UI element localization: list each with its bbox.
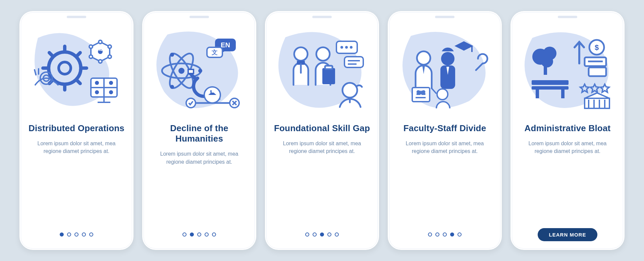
page-dot-3[interactable] [320, 232, 324, 237]
svg-text:文: 文 [211, 49, 218, 56]
page-dot-5[interactable] [212, 232, 216, 237]
svg-point-28 [109, 81, 113, 85]
page-dot-2[interactable] [190, 232, 194, 237]
svg-point-16 [99, 40, 102, 44]
page-indicator[interactable] [428, 232, 462, 237]
decline-humanities-icon: EN 文 [151, 28, 248, 114]
page-dot-5[interactable] [335, 232, 339, 237]
svg-line-9 [77, 53, 80, 56]
page-dot-3[interactable] [74, 232, 78, 237]
page-dot-2[interactable] [67, 232, 71, 237]
svg-rect-56 [322, 68, 335, 84]
svg-point-30 [109, 90, 113, 94]
svg-point-52 [294, 47, 308, 61]
svg-point-20 [89, 55, 93, 58]
svg-rect-87 [532, 86, 569, 90]
phone-speaker [558, 16, 577, 18]
onboarding-card-3: Foundational Skill Gap Lorem ipsum dolor… [265, 11, 379, 250]
slide-title: Distributed Operations [29, 123, 124, 134]
page-dot-1[interactable] [305, 232, 309, 237]
svg-point-37 [170, 85, 174, 89]
svg-point-68 [417, 51, 430, 65]
onboarding-card-5: $ [511, 11, 625, 250]
svg-point-65 [342, 83, 357, 98]
svg-text:2×2: 2×2 [417, 90, 425, 95]
page-dot-2[interactable] [313, 232, 317, 237]
slide-desc: Lorem ipsum dolor sit amet, mea regione … [396, 140, 494, 155]
svg-line-6 [49, 53, 53, 56]
page-dot-2[interactable] [435, 232, 439, 237]
svg-point-55 [316, 47, 330, 61]
slide-title: Foundational Skill Gap [274, 123, 370, 134]
svg-text:EN: EN [221, 41, 230, 49]
svg-rect-86 [532, 80, 569, 85]
faculty-staff-icon: 2×2 [396, 28, 493, 114]
svg-point-69 [441, 52, 454, 65]
svg-rect-62 [344, 57, 363, 67]
phone-speaker [190, 16, 209, 18]
svg-rect-41 [188, 69, 194, 73]
page-dot-5[interactable] [458, 232, 462, 237]
onboarding-row: Distributed Operations Lorem ipsum dolor… [0, 0, 644, 261]
svg-point-74 [437, 89, 448, 100]
admin-bloat-icon: $ [519, 28, 616, 114]
svg-point-17 [108, 45, 111, 48]
page-dot-4[interactable] [82, 232, 86, 237]
page-dot-3[interactable] [443, 232, 447, 237]
svg-point-34 [178, 68, 184, 74]
svg-rect-57 [325, 66, 332, 69]
svg-rect-80 [589, 67, 606, 76]
page-dot-1[interactable] [182, 232, 186, 237]
page-indicator[interactable] [182, 232, 216, 237]
svg-point-59 [340, 46, 343, 49]
page-indicator[interactable] [60, 232, 93, 237]
page-dot-4[interactable] [327, 232, 331, 237]
svg-point-21 [89, 45, 93, 48]
page-dot-4[interactable] [450, 232, 454, 237]
onboarding-card-4: 2×2 Faculty-Staff Divide Lorem ipsum dol… [388, 11, 502, 250]
slide-title: Administrative Bloat [525, 123, 611, 134]
slide-desc: Lorem ipsum dolor sit amet, mea regione … [519, 140, 616, 155]
slide-desc: Lorem ipsum dolor sit amet, mea regione … [150, 150, 248, 165]
svg-point-18 [108, 55, 111, 58]
phone-speaker [67, 16, 86, 18]
phone-speaker [312, 16, 332, 18]
distributed-operations-icon [28, 28, 125, 114]
phone-speaker [435, 16, 454, 18]
slide-title: Decline of the Humanities [150, 123, 248, 144]
learn-more-button[interactable]: LEARN MORE [538, 228, 598, 241]
svg-point-19 [99, 60, 102, 63]
slide-desc: Lorem ipsum dolor sit amet, mea regione … [28, 140, 125, 155]
page-dot-1[interactable] [428, 232, 432, 237]
onboarding-card-2: EN 文 Decline of the Humanities Lore [142, 11, 256, 250]
svg-point-60 [345, 46, 348, 49]
page-dot-5[interactable] [89, 232, 93, 237]
svg-rect-88 [536, 90, 539, 98]
svg-point-35 [198, 69, 202, 73]
page-dot-3[interactable] [197, 232, 201, 237]
svg-rect-85 [544, 61, 547, 75]
svg-point-27 [95, 81, 99, 85]
svg-text:$: $ [595, 43, 599, 52]
page-dot-1[interactable] [60, 232, 64, 237]
svg-line-7 [77, 80, 80, 84]
svg-point-29 [95, 90, 99, 94]
svg-rect-89 [561, 90, 565, 98]
page-dot-4[interactable] [205, 232, 209, 237]
page-indicator[interactable] [305, 232, 339, 237]
onboarding-card-1: Distributed Operations Lorem ipsum dolor… [19, 11, 133, 250]
slide-title: Faculty-Staff Divide [404, 123, 486, 134]
svg-point-36 [170, 53, 174, 57]
slide-desc: Lorem ipsum dolor sit amet, mea regione … [273, 140, 371, 155]
skill-gap-icon [273, 28, 371, 114]
svg-point-61 [350, 46, 353, 49]
